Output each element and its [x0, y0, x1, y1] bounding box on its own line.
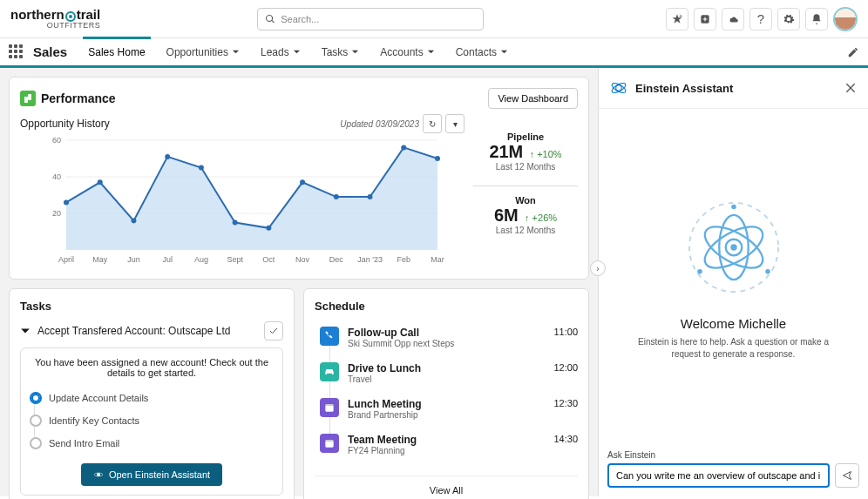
user-avatar[interactable] — [833, 7, 858, 31]
salesforce-button[interactable] — [722, 8, 744, 30]
schedule-item-time: 12:30 — [553, 398, 578, 408]
tab-accounts[interactable]: Accounts — [371, 37, 443, 67]
schedule-item-title: Lunch Meeting — [348, 398, 422, 410]
schedule-card: Schedule Follow-up Call Ski Summit Opp n… — [303, 288, 589, 499]
help-button[interactable]: ? — [749, 8, 772, 30]
schedule-item-title: Team Meeting — [348, 434, 417, 446]
task-detail-box: You have been assigned a new account! Ch… — [20, 347, 283, 496]
svg-text:April: April — [58, 255, 74, 264]
add-button[interactable] — [694, 8, 716, 30]
svg-point-25 — [368, 194, 373, 199]
tab-opportunities[interactable]: Opportunities — [158, 37, 248, 67]
schedule-item-title: Drive to Lunch — [348, 362, 421, 374]
search-icon — [265, 14, 275, 24]
einstein-logo-icon — [609, 78, 628, 98]
tab-contacts[interactable]: Contacts — [447, 37, 517, 67]
einstein-input[interactable] — [607, 463, 830, 488]
task-step[interactable]: Update Account Details — [30, 387, 274, 409]
svg-text:20: 20 — [52, 209, 61, 218]
schedule-item-title: Follow-up Call — [348, 327, 454, 339]
svg-text:Jan '23: Jan '23 — [357, 255, 383, 264]
svg-text:Aug: Aug — [194, 255, 208, 264]
einstein-icon — [93, 469, 104, 480]
won-label: Won — [473, 195, 578, 206]
notifications-button[interactable] — [805, 8, 828, 30]
brand-logo: northerntrail OUTFITTERS — [10, 8, 100, 29]
schedule-item[interactable]: Follow-up Call Ski Summit Opp next Steps… — [320, 321, 578, 354]
won-trend: ↑ +26% — [525, 212, 557, 223]
open-einstein-button[interactable]: Open Einstein Assistant — [81, 463, 222, 486]
schedule-item-time: 14:30 — [553, 434, 578, 444]
close-icon[interactable] — [844, 81, 858, 95]
app-launcher-icon[interactable] — [9, 44, 24, 60]
chevron-down-icon — [232, 48, 240, 56]
svg-point-42 — [697, 269, 702, 274]
chevron-down-icon — [20, 326, 31, 336]
svg-point-27 — [401, 145, 406, 150]
svg-text:Jun: Jun — [127, 255, 140, 264]
edit-nav-icon[interactable] — [847, 46, 859, 58]
schedule-item-sub: Travel — [348, 374, 421, 384]
chevron-down-icon — [293, 48, 301, 56]
pipeline-label: Pipeline — [473, 131, 578, 142]
task-complete-checkbox[interactable] — [264, 321, 283, 341]
calendar-icon — [320, 398, 339, 417]
task-accordion[interactable]: Accept Transfered Account: Outscape Ltd — [20, 321, 283, 341]
svg-point-17 — [233, 220, 238, 226]
svg-point-9 — [98, 179, 103, 185]
view-dashboard-button[interactable]: View Dashboard — [488, 88, 578, 109]
svg-point-41 — [731, 204, 736, 209]
svg-text:60: 60 — [52, 136, 61, 145]
schedule-item-sub: Ski Summit Opp next Steps — [348, 339, 454, 348]
global-header: northerntrail OUTFITTERS Search... ? — [0, 0, 868, 38]
send-button[interactable] — [835, 463, 859, 488]
chevron-down-icon — [351, 48, 359, 56]
svg-point-43 — [765, 269, 770, 274]
einstein-welcome: Welcome Michelle — [681, 316, 786, 331]
won-sub: Last 12 Months — [473, 226, 578, 235]
svg-point-13 — [165, 154, 170, 159]
filter-button[interactable]: ▾ — [445, 114, 465, 133]
svg-text:Mar: Mar — [431, 255, 444, 264]
svg-point-48 — [730, 244, 736, 250]
svg-point-23 — [334, 194, 339, 199]
settings-button[interactable] — [777, 8, 800, 30]
app-name: Sales — [33, 44, 67, 59]
task-lead-text: You have been assigned a new account! Ch… — [30, 357, 274, 378]
svg-rect-34 — [325, 404, 333, 406]
app-nav: Sales Sales Home Opportunities Leads Tas… — [0, 38, 868, 68]
global-search[interactable]: Search... — [257, 8, 484, 30]
schedule-item-time: 11:00 — [553, 327, 578, 337]
schedule-item[interactable]: Team Meeting FY24 Planning 14:30 — [320, 428, 578, 461]
task-step[interactable]: Send Intro Email — [30, 432, 274, 455]
tab-tasks[interactable]: Tasks — [313, 37, 369, 67]
tasks-card: Tasks Accept Transfered Account: Outscap… — [9, 288, 295, 499]
svg-text:Jul: Jul — [162, 255, 173, 264]
tab-leads[interactable]: Leads — [252, 37, 309, 67]
opportunity-chart: 204060AprilMayJunJulAugSeptOctNovDecJan … — [20, 135, 465, 266]
svg-point-37 — [616, 85, 622, 91]
einstein-hero-icon — [677, 191, 790, 304]
pipeline-value: 21M — [489, 142, 523, 162]
send-icon — [842, 470, 852, 481]
tab-sales-home[interactable]: Sales Home — [79, 37, 153, 67]
view-all-link[interactable]: View All — [315, 475, 578, 496]
svg-text:Feb: Feb — [397, 255, 411, 264]
refresh-button[interactable]: ↻ — [423, 114, 442, 133]
svg-rect-36 — [325, 440, 333, 442]
chevron-down-icon — [500, 48, 508, 56]
einstein-title: Einstein Assistant — [635, 82, 733, 95]
pipeline-trend: ↑ +10% — [530, 149, 562, 159]
schedule-item[interactable]: Drive to Lunch Travel 12:00 — [320, 357, 578, 389]
task-accordion-label: Accept Transfered Account: Outscape Ltd — [37, 325, 230, 337]
favorites-button[interactable] — [666, 8, 688, 30]
task-step[interactable]: Identify Key Contacts — [30, 409, 274, 432]
svg-point-21 — [300, 179, 305, 185]
schedule-item[interactable]: Lunch Meeting Brand Partnership 12:30 — [320, 393, 578, 425]
search-placeholder: Search... — [281, 14, 319, 24]
calendar-icon — [320, 434, 339, 453]
svg-point-11 — [131, 218, 136, 223]
svg-point-19 — [266, 226, 271, 231]
svg-point-31 — [97, 473, 100, 476]
einstein-panel: › Einstein Assistant Welcome M — [598, 68, 868, 496]
